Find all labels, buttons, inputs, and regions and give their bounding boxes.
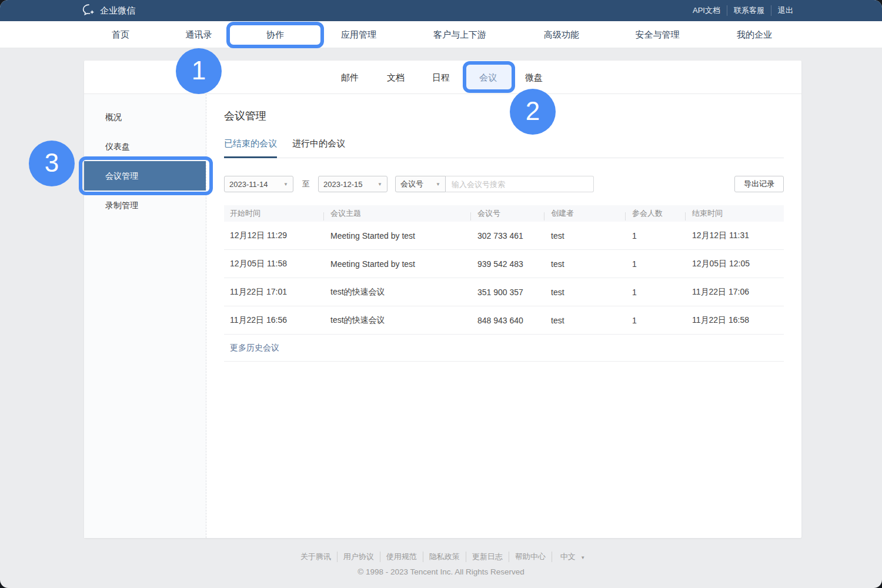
nav-tab-customers[interactable]: 客户与上下游 (433, 21, 486, 48)
cell-meeting-id: 302 733 461 (470, 231, 544, 240)
footer-link-privacy-policy[interactable]: 隐私政策 (423, 552, 466, 562)
content-card: 邮件 文档 日程 会议 微盘 概况 仪表盘 会议管理 录制管理 会议管理 已结束… (84, 61, 801, 538)
copyright-text: © 1998 - 2023 Tencent Inc. All Rights Re… (0, 567, 882, 576)
cell-end-time: 11月22日 17:06 (685, 287, 784, 298)
meeting-status-tabs: 已结束的会议 进行中的会议 (224, 138, 784, 158)
footer: 关于腾讯 用户协议 使用规范 隐私政策 更新日志 帮助中心 中文 ▼ © 199… (0, 552, 882, 576)
chevron-down-icon: ▼ (373, 182, 382, 187)
col-header-creator: 创建者 (544, 208, 625, 219)
sidebar-item-recording-management[interactable]: 录制管理 (84, 191, 206, 220)
col-header-subject: 会议主题 (323, 208, 470, 219)
table-row: 12月12日 11:29 Meeting Started by test 302… (224, 222, 784, 250)
cell-subject: Meeting Started by test (323, 231, 470, 240)
nav-tab-my-company[interactable]: 我的企业 (737, 21, 772, 48)
more-history-row: 更多历史会议 (224, 335, 784, 362)
subnav-tab-meeting[interactable]: 会议 (479, 61, 497, 94)
sidebar: 概况 仪表盘 会议管理 录制管理 (84, 94, 206, 538)
topbar-link-api-docs[interactable]: API文档 (686, 5, 727, 16)
cell-creator: test (544, 231, 625, 240)
nav-tab-home[interactable]: 首页 (112, 21, 129, 48)
table-row: 11月22日 16:56 test的快速会议 848 943 640 test … (224, 306, 784, 335)
search-type-select[interactable]: 会议号 ▼ (395, 176, 446, 192)
date-range-separator: 至 (293, 179, 318, 189)
nav-tab-security-management[interactable]: 安全与管理 (636, 21, 680, 48)
language-selector[interactable]: 中文 ▼ (552, 552, 588, 562)
brand-logo[interactable]: 企业微信 (82, 4, 135, 17)
page-title: 会议管理 (224, 109, 784, 123)
main-content: 会议管理 已结束的会议 进行中的会议 2023-11-14 ▼ 至 2023-1… (224, 94, 784, 362)
nav-tab-app-management[interactable]: 应用管理 (341, 21, 376, 48)
filter-bar: 2023-11-14 ▼ 至 2023-12-15 ▼ 会议号 ▼ 导出记录 (224, 176, 784, 192)
cell-participants: 1 (625, 316, 685, 325)
footer-links: 关于腾讯 用户协议 使用规范 隐私政策 更新日志 帮助中心 中文 ▼ (0, 552, 882, 562)
subnav-tab-drive[interactable]: 微盘 (525, 61, 543, 94)
footer-link-usage-rules[interactable]: 使用规范 (380, 552, 423, 562)
cell-creator: test (544, 316, 625, 325)
cell-creator: test (544, 288, 625, 297)
col-header-participants: 参会人数 (625, 208, 685, 219)
tab-ongoing-meetings[interactable]: 进行中的会议 (292, 138, 345, 158)
table-header-row: 开始时间 会议主题 会议号 创建者 参会人数 结束时间 (224, 205, 784, 222)
wecom-chat-bubble-icon (82, 4, 96, 17)
table-row: 12月05日 11:58 Meeting Started by test 939… (224, 250, 784, 278)
tab-ended-meetings[interactable]: 已结束的会议 (224, 138, 277, 158)
table-row: 11月22日 17:01 test的快速会议 351 900 357 test … (224, 278, 784, 306)
nav-tab-collaboration[interactable]: 协作 (266, 21, 284, 48)
cell-subject: test的快速会议 (323, 315, 470, 326)
sidebar-item-overview[interactable]: 概况 (84, 102, 206, 132)
sidebar-item-dashboard[interactable]: 仪表盘 (84, 132, 206, 161)
subnav-tab-mail[interactable]: 邮件 (341, 61, 359, 94)
date-to-select[interactable]: 2023-12-15 ▼ (318, 176, 387, 192)
topbar-links: API文档 联系客服 退出 (686, 5, 800, 16)
topbar-link-logout[interactable]: 退出 (771, 5, 800, 16)
export-records-button[interactable]: 导出记录 (734, 176, 784, 192)
cell-meeting-id: 939 542 483 (470, 259, 544, 269)
subnav-tab-calendar[interactable]: 日程 (432, 61, 450, 94)
nav-tab-advanced-features[interactable]: 高级功能 (544, 21, 579, 48)
cell-end-time: 12月12日 11:31 (685, 230, 784, 241)
chevron-down-icon: ▼ (279, 182, 288, 187)
footer-link-user-agreement[interactable]: 用户协议 (337, 552, 380, 562)
cell-participants: 1 (625, 288, 685, 297)
cell-meeting-id: 351 900 357 (470, 288, 544, 297)
cell-end-time: 12月05日 12:05 (685, 259, 784, 269)
active-tab-underline (249, 46, 302, 48)
more-history-meetings-link[interactable]: 更多历史会议 (224, 343, 279, 353)
collaboration-subnav: 邮件 文档 日程 会议 微盘 (84, 61, 801, 94)
cell-creator: test (544, 259, 625, 269)
topbar-link-contact-support[interactable]: 联系客服 (727, 5, 771, 16)
footer-link-about-tencent[interactable]: 关于腾讯 (295, 552, 337, 562)
date-from-select[interactable]: 2023-11-14 ▼ (224, 176, 293, 192)
chevron-down-icon: ▼ (580, 555, 585, 560)
brand-name: 企业微信 (100, 5, 135, 16)
col-header-meeting-id: 会议号 (470, 208, 544, 219)
cell-end-time: 11月22日 16:58 (685, 315, 784, 326)
cell-start-time: 12月12日 11:29 (224, 230, 323, 241)
meetings-table: 开始时间 会议主题 会议号 创建者 参会人数 结束时间 12月12日 11:29… (224, 205, 784, 362)
nav-tab-contacts[interactable]: 通讯录 (186, 21, 212, 48)
chevron-down-icon: ▼ (431, 182, 440, 187)
subnav-tab-docs[interactable]: 文档 (387, 61, 405, 94)
cell-participants: 1 (625, 259, 685, 269)
footer-link-changelog[interactable]: 更新日志 (466, 552, 509, 562)
cell-start-time: 11月22日 16:56 (224, 315, 323, 326)
main-nav: 首页 通讯录 协作 应用管理 客户与上下游 高级功能 安全与管理 我的企业 (0, 21, 882, 48)
footer-link-help-center[interactable]: 帮助中心 (509, 552, 552, 562)
topbar: 企业微信 API文档 联系客服 退出 (0, 0, 882, 21)
col-header-end-time: 结束时间 (685, 208, 784, 219)
cell-subject: Meeting Started by test (323, 259, 470, 269)
col-header-start-time: 开始时间 (224, 208, 323, 219)
cell-participants: 1 (625, 231, 685, 240)
annotation-step-badge-3: 3 (29, 141, 75, 186)
meeting-id-search-input[interactable] (446, 176, 594, 192)
cell-start-time: 11月22日 17:01 (224, 287, 323, 298)
cell-start-time: 12月05日 11:58 (224, 259, 323, 269)
cell-subject: test的快速会议 (323, 287, 470, 298)
wecom-admin-screen: 企业微信 API文档 联系客服 退出 首页 通讯录 协作 应用管理 客户与上下游… (0, 0, 882, 588)
sidebar-item-meeting-management[interactable]: 会议管理 (84, 161, 206, 191)
cell-meeting-id: 848 943 640 (470, 316, 544, 325)
